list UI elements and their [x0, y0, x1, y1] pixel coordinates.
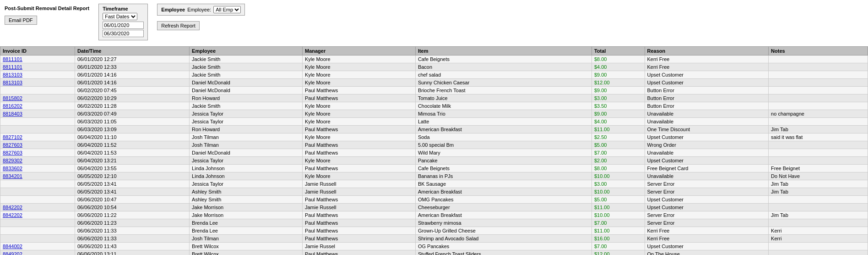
- data-cell: Jake Morrison: [190, 211, 303, 219]
- invoice-link[interactable]: 8811101: [3, 56, 22, 62]
- table-row: 881580206/02/2020 10:29Ron HowardPaul Ma…: [0, 94, 868, 102]
- data-cell: chef salad: [415, 71, 591, 79]
- invoice-id-cell[interactable]: 8811101: [0, 63, 75, 71]
- table-header: Invoice IDDate/TimeEmployeeManagerItemTo…: [0, 47, 868, 55]
- refresh-report-button[interactable]: Refresh Report: [157, 21, 200, 30]
- invoice-id-cell: [0, 196, 75, 204]
- report-table-container: Invoice IDDate/TimeEmployeeManagerItemTo…: [0, 46, 868, 255]
- notes-cell: [769, 94, 868, 102]
- invoice-id-cell: [0, 180, 75, 188]
- data-cell: Strawberry mimosa: [415, 219, 591, 227]
- col-header-item: Item: [415, 47, 591, 55]
- notes-cell: [769, 71, 868, 79]
- data-cell: Josh Tilman: [190, 133, 303, 141]
- notes-cell: [769, 87, 868, 94]
- notes-cell: [769, 219, 868, 227]
- reason-cell: Upset Customer: [645, 71, 769, 79]
- data-cell: Jamie Russel: [302, 243, 415, 250]
- data-cell: Soda: [415, 133, 591, 141]
- invoice-link[interactable]: 8827603: [3, 150, 22, 155]
- invoice-id-cell[interactable]: 8827603: [0, 149, 75, 157]
- timeframe-select[interactable]: Fast Dates Custom: [103, 13, 137, 20]
- table-row: 06/05/2020 13:41Jessica TaylorJamie Russ…: [0, 180, 868, 188]
- total-cell: $8.00: [591, 55, 645, 63]
- data-cell: 06/05/2020 13:41: [75, 188, 189, 196]
- invoice-id-cell[interactable]: 8813103: [0, 71, 75, 79]
- invoice-link[interactable]: 8844002: [3, 244, 22, 249]
- table-row: 882930206/04/2020 13:21Jessica TaylorKyl…: [0, 157, 868, 165]
- total-cell: $3.00: [591, 94, 645, 102]
- date-from-input[interactable]: [103, 22, 144, 29]
- invoice-link[interactable]: 8827603: [3, 142, 22, 148]
- data-cell: Kyle Moore: [302, 63, 415, 71]
- invoice-link[interactable]: 8815802: [3, 95, 22, 101]
- total-cell: $3.00: [591, 180, 645, 188]
- invoice-id-cell: [0, 87, 75, 94]
- data-cell: 06/02/2020 10:29: [75, 94, 189, 102]
- invoice-id-cell[interactable]: 8815802: [0, 94, 75, 102]
- table-row: 882760306/04/2020 11:53Daniel McDonaldPa…: [0, 149, 868, 157]
- invoice-id-cell[interactable]: 8849202: [0, 250, 75, 255]
- data-cell: Jamie Russell: [302, 204, 415, 211]
- notes-cell: [769, 157, 868, 165]
- reason-cell: Kerri Free: [645, 227, 769, 235]
- data-cell: 06/06/2020 11:33: [75, 235, 189, 243]
- data-cell: 06/01/2020 14:16: [75, 71, 189, 79]
- table-row: 881840306/03/2020 07:49Jessica TaylorKyl…: [0, 110, 868, 118]
- data-cell: Jessica Taylor: [190, 180, 303, 188]
- invoice-link[interactable]: 8818403: [3, 111, 22, 116]
- notes-cell: Jim Tab: [769, 188, 868, 196]
- invoice-id-cell[interactable]: 8811101: [0, 55, 75, 63]
- total-cell: $9.00: [591, 87, 645, 94]
- invoice-link[interactable]: 8833602: [3, 166, 22, 171]
- invoice-link[interactable]: 8813103: [3, 72, 22, 78]
- invoice-link[interactable]: 8834201: [3, 173, 22, 179]
- invoice-link[interactable]: 8813103: [3, 80, 22, 85]
- invoice-id-cell[interactable]: 8844002: [0, 243, 75, 250]
- invoice-link[interactable]: 8842202: [3, 205, 22, 210]
- invoice-id-cell[interactable]: 8833602: [0, 165, 75, 172]
- data-cell: Pancake: [415, 157, 591, 165]
- notes-cell: [769, 55, 868, 63]
- email-pdf-button[interactable]: Email PDF: [5, 16, 37, 25]
- invoice-id-cell[interactable]: 8827102: [0, 133, 75, 141]
- invoice-id-cell[interactable]: 8827603: [0, 141, 75, 149]
- data-cell: Jessica Taylor: [190, 157, 303, 165]
- table-row: 881110106/01/2020 12:33Jackie SmithKyle …: [0, 63, 868, 71]
- invoice-link[interactable]: 8827102: [3, 134, 22, 140]
- invoice-id-cell[interactable]: 8842202: [0, 211, 75, 219]
- total-cell: $12.00: [591, 79, 645, 87]
- invoice-id-cell[interactable]: 8813103: [0, 79, 75, 87]
- data-cell: Jamie Russell: [302, 180, 415, 188]
- invoice-id-cell[interactable]: 8818403: [0, 110, 75, 118]
- invoice-id-cell[interactable]: 8842202: [0, 204, 75, 211]
- invoice-link[interactable]: 8811101: [3, 64, 22, 70]
- reason-cell: One Time Discount: [645, 126, 769, 133]
- employee-select[interactable]: All Emp All: [213, 6, 241, 13]
- date-to-input[interactable]: [103, 30, 144, 37]
- data-cell: BK Sausage: [415, 180, 591, 188]
- data-cell: OMG Pancakes: [415, 196, 591, 204]
- report-table: Invoice IDDate/TimeEmployeeManagerItemTo…: [0, 46, 868, 255]
- invoice-id-cell[interactable]: 8816202: [0, 102, 75, 110]
- notes-cell: [769, 149, 868, 157]
- invoice-link[interactable]: 8829302: [3, 158, 22, 163]
- data-cell: Brenda Lee: [190, 219, 303, 227]
- reason-cell: Kerri Free: [645, 63, 769, 71]
- invoice-link[interactable]: 8816202: [3, 103, 22, 109]
- data-cell: Sunny Chicken Caesar: [415, 79, 591, 87]
- invoice-id-cell[interactable]: 8834201: [0, 172, 75, 180]
- invoice-link[interactable]: 8842202: [3, 212, 22, 218]
- reason-cell: Server Error: [645, 180, 769, 188]
- notes-cell: [769, 243, 868, 250]
- total-cell: $2.00: [591, 157, 645, 165]
- data-cell: 06/06/2020 11:43: [75, 243, 189, 250]
- total-cell: $4.00: [591, 63, 645, 71]
- reason-cell: Upset Customer: [645, 243, 769, 250]
- total-cell: $7.00: [591, 149, 645, 157]
- invoice-id-cell: [0, 126, 75, 133]
- data-cell: Kyle Moore: [302, 118, 415, 126]
- employee-panel: Employee Employee: All Emp All: [157, 4, 245, 16]
- invoice-link[interactable]: 8849202: [3, 251, 22, 255]
- invoice-id-cell[interactable]: 8829302: [0, 157, 75, 165]
